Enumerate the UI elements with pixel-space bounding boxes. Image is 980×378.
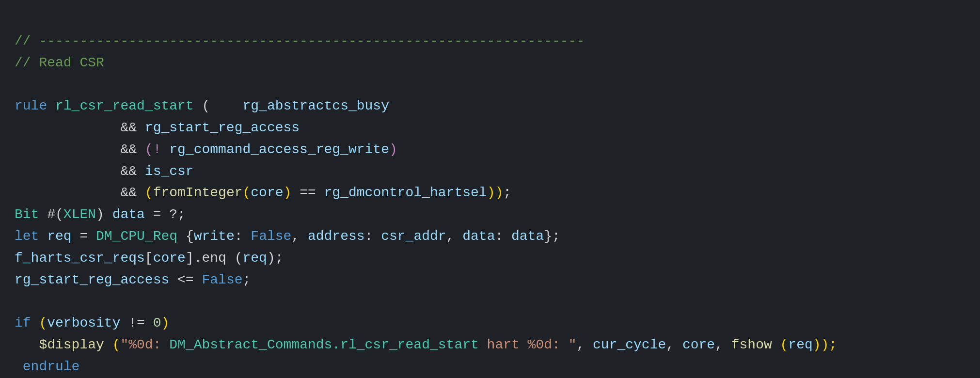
code-editor: // -------------------------------------… — [0, 0, 980, 378]
code-line — [15, 74, 965, 95]
code-token: : — [235, 229, 251, 244]
code-token: Bit — [15, 207, 39, 222]
code-line: && (! rg_command_access_reg_write) — [15, 139, 965, 161]
code-line: Bit #(XLEN) data = ?; — [15, 204, 965, 226]
code-token: hart %0d: " — [479, 337, 577, 352]
code-token: data — [462, 229, 495, 244]
code-token: XLEN — [63, 207, 96, 222]
code-token: endrule — [15, 359, 79, 374]
code-token: == — [291, 185, 324, 200]
code-token: , — [666, 337, 682, 352]
code-token: != — [120, 315, 153, 331]
code-token: , — [576, 337, 593, 352]
code-line: if (verbosity != 0) — [15, 313, 965, 334]
code-token: rg_start_reg_access — [15, 272, 169, 287]
code-token: ; — [503, 185, 511, 200]
code-token: data — [112, 207, 145, 222]
code-token: ( — [243, 185, 251, 200]
code-token: ( — [772, 337, 789, 352]
code-token: , — [715, 337, 731, 352]
code-token: #( — [39, 207, 63, 222]
code-token: req — [47, 229, 71, 244]
code-line — [15, 291, 965, 313]
code-line: endrule — [15, 356, 965, 378]
code-token: rg_abstractcs_busy — [243, 98, 389, 113]
code-token: address — [308, 229, 365, 244]
code-line: && (fromInteger(core) == rg_dmcontrol_ha… — [15, 182, 965, 204]
code-token: && — [15, 120, 145, 135]
code-token: = ?; — [145, 207, 186, 222]
code-token: ( — [145, 185, 153, 200]
code-token: )) — [487, 185, 504, 200]
code-line: && is_csr — [15, 161, 965, 183]
code-token: ) — [161, 315, 170, 331]
code-token: write — [194, 229, 235, 244]
code-token: rg_command_access_reg_write — [169, 142, 389, 157]
code-token: rg_dmcontrol_hartsel — [324, 185, 487, 200]
code-token: rl_csr_read_start — [55, 98, 194, 113]
code-token: rule — [15, 98, 55, 113]
code-line: // Read CSR — [15, 52, 965, 74]
code-token: ! — [153, 142, 170, 157]
code-token: $display — [15, 337, 112, 352]
code-token: <= — [169, 272, 202, 287]
code-token: cur_cycle — [593, 337, 666, 352]
code-line: && rg_start_reg_access — [15, 117, 965, 139]
code-token: ; — [243, 272, 251, 287]
code-token: DM_CPU_Req — [96, 229, 177, 244]
code-token: verbosity — [47, 315, 120, 331]
code-token: ) — [389, 142, 397, 157]
code-token: f_harts_csr_reqs — [15, 251, 145, 266]
code-token: "%0d: — [120, 337, 169, 352]
code-token: : — [365, 229, 381, 244]
code-token: ) — [284, 185, 292, 200]
code-line: rg_start_reg_access <= False; — [15, 269, 965, 291]
code-token: core — [251, 185, 283, 200]
code-token: ); — [267, 251, 284, 266]
code-token: ) — [96, 207, 112, 222]
code-token: // Read CSR — [15, 55, 104, 70]
code-line: $display ("%0d: DM_Abstract_Commands.rl_… — [15, 334, 965, 356]
code-token: = — [72, 229, 96, 244]
code-token: core — [682, 337, 715, 352]
code-token: { — [177, 229, 194, 244]
code-token: [ — [145, 251, 153, 266]
code-token: ( — [194, 98, 243, 113]
code-token: is_csr — [145, 164, 194, 179]
code-token: : — [495, 229, 511, 244]
code-token: data — [511, 229, 544, 244]
code-line: f_harts_csr_reqs[core].enq (req); — [15, 248, 965, 269]
code-token: False — [251, 229, 291, 244]
code-token: rg_start_reg_access — [145, 120, 300, 135]
code-token: , — [291, 229, 308, 244]
code-token: ].enq ( — [186, 251, 243, 266]
code-line: // -------------------------------------… — [15, 31, 965, 52]
code-token: && — [15, 142, 145, 157]
code-token: , — [446, 229, 463, 244]
code-token: let — [15, 229, 47, 244]
code-token: False — [202, 272, 242, 287]
code-token: // — [15, 33, 39, 48]
code-token: 0 — [153, 315, 161, 331]
code-token: fshow — [731, 337, 772, 352]
code-token: )); — [813, 337, 837, 352]
code-token: if — [15, 315, 39, 331]
code-token: && — [15, 185, 145, 200]
code-line: rule rl_csr_read_start ( rg_abstractcs_b… — [15, 95, 965, 117]
code-token: ( — [145, 142, 153, 157]
code-token: ----------------------------------------… — [39, 33, 585, 48]
code-token: fromInteger — [153, 185, 243, 200]
code-token: && — [15, 164, 145, 179]
code-token: ( — [112, 337, 121, 352]
code-token: req — [243, 251, 267, 266]
code-line: let req = DM_CPU_Req {write: False, addr… — [15, 226, 965, 248]
code-token: ( — [39, 315, 47, 331]
code-token: }; — [544, 229, 560, 244]
code-token: csr_addr — [381, 229, 446, 244]
code-token: core — [153, 251, 186, 266]
code-token: DM_Abstract_Commands.rl_csr_read_start — [169, 337, 479, 352]
code-token: req — [788, 337, 812, 352]
